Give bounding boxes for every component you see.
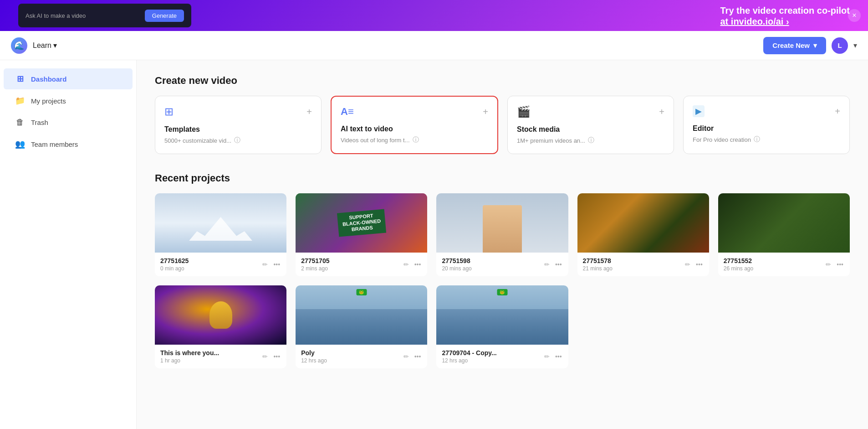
ai-text-card-desc: Videos out of long form t... ⓘ	[341, 136, 488, 144]
project-more-button[interactable]: •••	[414, 260, 422, 269]
create-card-templates[interactable]: ⊞ + Templates 5000+ customizable vid... …	[155, 96, 322, 154]
project-meta: 27751552 26 mins ago	[724, 257, 825, 272]
project-edit-button[interactable]: ✏	[543, 352, 551, 361]
card-top: A≡ +	[341, 106, 488, 118]
banner-preview: Ask AI to make a video Generate	[18, 4, 191, 27]
project-actions: ✏ •••	[543, 352, 563, 361]
card-top: 🎬 +	[517, 105, 664, 118]
create-card-ai-text-to-video[interactable]: A≡ + AI text to video Videos out of long…	[331, 96, 498, 154]
templates-card-title: Templates	[164, 125, 312, 134]
project-card-this-is-where-you[interactable]: This is where you... 1 hr ago ✏ •••	[155, 285, 286, 368]
banner-right: Try the video creation co-pilot at invid…	[720, 5, 850, 27]
editor-card-title: Editor	[693, 124, 840, 133]
stock-plus-icon: +	[659, 107, 664, 117]
project-edit-button[interactable]: ✏	[261, 352, 269, 361]
project-edit-button[interactable]: ✏	[543, 260, 551, 269]
header-right: Create New ▾ L ▾	[763, 37, 857, 54]
create-new-button[interactable]: Create New ▾	[763, 37, 826, 54]
templates-icon: ⊞	[164, 105, 174, 118]
project-actions: ✏ •••	[403, 260, 422, 269]
project-thumb-27751598	[436, 193, 568, 253]
project-more-button[interactable]: •••	[414, 352, 422, 361]
project-time: 0 min ago	[160, 265, 261, 272]
project-info: 27751578 21 mins ago ✏ •••	[577, 253, 709, 276]
create-new-label: Create New	[772, 41, 810, 49]
project-card-poly[interactable]: 🐸 Poly 12 hrs ago ✏ •••	[296, 285, 427, 368]
avatar-chevron[interactable]: ▾	[853, 41, 857, 50]
main-content: Create new video ⊞ + Templates 5000+ cus…	[137, 60, 868, 429]
recent-section-title: Recent projects	[155, 172, 850, 184]
project-edit-button[interactable]: ✏	[403, 260, 410, 269]
project-edit-button[interactable]: ✏	[684, 260, 691, 269]
project-more-button[interactable]: •••	[272, 352, 281, 361]
banner-generate-button[interactable]: Generate	[145, 10, 184, 22]
project-edit-button[interactable]: ✏	[403, 352, 410, 361]
project-meta: 27751705 2 mins ago	[301, 257, 402, 272]
banner-cta-link[interactable]: at invideo.io/ai ›	[720, 16, 789, 26]
project-actions: ✏ •••	[543, 260, 563, 269]
learn-label: Learn	[33, 41, 51, 50]
editor-card-desc: For Pro video creation ⓘ	[693, 135, 840, 144]
banner-preview-text: Ask AI to make a video	[26, 12, 86, 19]
project-more-button[interactable]: •••	[695, 260, 704, 269]
project-id: 27709704 - Copy...	[442, 349, 543, 357]
project-meta: 27751578 21 mins ago	[583, 257, 684, 272]
team-icon: 👥	[15, 139, 26, 149]
templates-plus-icon: +	[306, 107, 312, 117]
project-time: 12 hrs ago	[442, 357, 543, 364]
stock-info-icon: ⓘ	[588, 136, 594, 145]
project-actions: ✏ •••	[261, 352, 281, 361]
templates-info-icon: ⓘ	[234, 136, 240, 145]
project-time: 20 mins ago	[442, 265, 543, 272]
logo: 🌊	[11, 37, 27, 54]
project-thumb-27751705: SUPPORTBLACK-OWNEDBRANDS	[296, 193, 427, 253]
create-new-chevron: ▾	[813, 41, 817, 50]
avatar[interactable]: L	[832, 37, 848, 54]
sidebar-item-label: My projects	[31, 97, 66, 105]
project-card-27751705[interactable]: SUPPORTBLACK-OWNEDBRANDS 27751705 2 mins…	[296, 193, 427, 276]
sidebar-item-label: Dashboard	[31, 75, 66, 83]
project-thumb-27751552	[718, 193, 850, 253]
banner-cta-text: Try the video creation co-pilot	[720, 5, 850, 16]
project-more-button[interactable]: •••	[554, 260, 563, 269]
app-body: ⊞ Dashboard 📁 My projects 🗑 Trash 👥 Team…	[0, 60, 868, 429]
sidebar-item-label: Team members	[31, 140, 78, 148]
project-actions: ✏ •••	[825, 260, 844, 269]
project-more-button[interactable]: •••	[272, 260, 281, 269]
project-id: Poly	[301, 349, 402, 357]
sidebar-item-trash[interactable]: 🗑 Trash	[4, 112, 133, 133]
ai-text-info-icon: ⓘ	[413, 136, 419, 144]
project-info: 27751552 26 mins ago ✏ •••	[718, 253, 850, 276]
create-card-stock-media[interactable]: 🎬 + Stock media 1M+ premium videos an...…	[507, 96, 674, 154]
project-time: 21 mins ago	[583, 265, 684, 272]
project-edit-button[interactable]: ✏	[261, 260, 269, 269]
learn-button[interactable]: Learn ▾	[33, 41, 57, 50]
project-card-27751578[interactable]: 27751578 21 mins ago ✏ •••	[577, 193, 709, 276]
project-id: 27751625	[160, 257, 261, 264]
project-card-27751552[interactable]: 27751552 26 mins ago ✏ •••	[718, 193, 850, 276]
project-info: 27751598 20 mins ago ✏ •••	[436, 253, 568, 276]
banner-close-button[interactable]: ×	[848, 9, 861, 22]
project-card-27751598[interactable]: 27751598 20 mins ago ✏ •••	[436, 193, 568, 276]
sidebar-item-my-projects[interactable]: 📁 My projects	[4, 90, 133, 111]
project-actions: ✏ •••	[261, 260, 281, 269]
project-id: 27751552	[724, 257, 825, 264]
banner-left: Ask AI to make a video Generate	[18, 4, 191, 27]
project-time: 12 hrs ago	[301, 357, 402, 364]
sidebar-item-team-members[interactable]: 👥 Team members	[4, 134, 133, 155]
project-card-27709704-copy[interactable]: 🐸 27709704 - Copy... 12 hrs ago ✏ •••	[436, 285, 568, 368]
project-id: 27751598	[442, 257, 543, 264]
trash-icon: 🗑	[15, 118, 26, 127]
sidebar-item-dashboard[interactable]: ⊞ Dashboard	[4, 68, 133, 89]
dashboard-icon: ⊞	[15, 74, 26, 84]
create-card-editor[interactable]: ▶ + Editor For Pro video creation ⓘ	[683, 96, 850, 154]
project-meta: This is where you... 1 hr ago	[160, 349, 261, 364]
project-time: 26 mins ago	[724, 265, 825, 272]
project-id: 27751578	[583, 257, 684, 264]
project-more-button[interactable]: •••	[836, 260, 844, 269]
project-edit-button[interactable]: ✏	[825, 260, 832, 269]
project-more-button[interactable]: •••	[554, 352, 563, 361]
ai-text-icon: A≡	[341, 106, 354, 118]
recent-projects-row2: This is where you... 1 hr ago ✏ ••• 🐸	[155, 285, 850, 368]
project-card-27751625[interactable]: 27751625 0 min ago ✏ •••	[155, 193, 286, 276]
